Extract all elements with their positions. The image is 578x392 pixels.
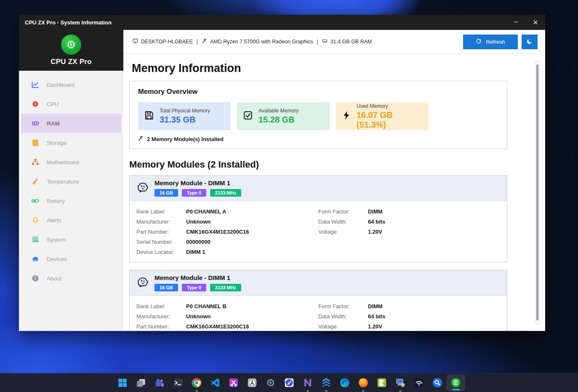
- modules-installed-note: 2 Memory Module(s) Installed: [138, 136, 498, 142]
- field-row: Bank Label:P0 CHANNEL A: [136, 206, 318, 216]
- field-value: DIMM: [368, 303, 383, 309]
- capacity-badge: 16 GB: [154, 189, 178, 197]
- field-label: Data Width:: [318, 219, 368, 225]
- total-memory-card: Total Physical Memory 31.35 GB: [138, 102, 231, 130]
- sidebar-item-label: About: [47, 275, 61, 282]
- wifi-tool-icon[interactable]: [410, 373, 428, 392]
- field-label: Form Factor:: [318, 208, 368, 215]
- stat-value: 31.35 GB: [160, 115, 210, 125]
- overview-cards: Total Physical Memory 31.35 GB Available…: [138, 102, 498, 130]
- visual-studio-icon[interactable]: [298, 373, 317, 392]
- device-icon: [31, 255, 40, 263]
- sidebar-item-battery[interactable]: Battery: [21, 191, 121, 211]
- scrollbar-thumb[interactable]: [536, 64, 538, 320]
- field-row: Part Number:CMK16GX4M1E3200C16: [136, 227, 318, 237]
- field-value: Unknown: [186, 219, 211, 225]
- sidebar-item-storage[interactable]: Storage: [21, 133, 121, 152]
- thermometer-icon: [31, 177, 40, 186]
- field-value: CMK16GX4M1E3200C16: [186, 229, 249, 235]
- sidebar-item-system[interactable]: System: [21, 230, 121, 249]
- device-name: DESKTOP-HLGBAEE: [141, 39, 193, 45]
- type-badge: Type 0: [182, 189, 206, 197]
- floppy-disk-icon: [144, 110, 154, 123]
- database-icon: [31, 139, 40, 147]
- sidebar-item-ram[interactable]: RAM: [21, 114, 121, 133]
- host-info: DESKTOP-HLGBAEE | AMD Ryzen 7 5700G with…: [133, 38, 372, 45]
- memory-overview-panel: Memory Overview Total Physical Memory 31…: [129, 81, 507, 149]
- sidebar-item-label: Storage: [47, 140, 67, 146]
- theme-toggle-button[interactable]: [522, 35, 538, 49]
- start-button[interactable]: [113, 373, 132, 392]
- field-label: Form Factor:: [318, 303, 368, 309]
- titlebar[interactable]: CPU ZX Pro - System Information − ×: [19, 15, 545, 30]
- vscode-icon[interactable]: [206, 373, 224, 392]
- lightning-icon: [341, 110, 352, 122]
- module-title: Memory Module - DIMM 1: [154, 274, 241, 281]
- sidebar-item-about[interactable]: About: [21, 269, 121, 288]
- memory-module-card-2: Memory Module - DIMM 1 16 GB Type 0 2133…: [129, 270, 507, 331]
- field-value: P0 CHANNEL A: [186, 208, 226, 215]
- field-value: Unknown: [186, 313, 211, 320]
- module-header: Memory Module - DIMM 1 16 GB Type 0 2133…: [130, 176, 507, 201]
- minimize-icon[interactable]: −: [506, 15, 526, 30]
- clock-app-icon[interactable]: [243, 373, 261, 392]
- chrome-icon[interactable]: [187, 373, 206, 392]
- wrench-icon: [202, 38, 207, 45]
- page-title: Memory Information: [132, 62, 520, 75]
- field-row: Manufacturer:Unknown: [136, 216, 318, 227]
- field-label: Voltage:: [318, 323, 368, 330]
- field-value: P0 CHANNEL B: [186, 303, 226, 309]
- field-value: 1.20V: [368, 323, 382, 330]
- refresh-button[interactable]: Refresh: [463, 35, 518, 49]
- field-row: Manufacturer:Unknown: [136, 311, 318, 321]
- field-label: Bank Label:: [136, 208, 186, 215]
- app-logo-block: CPU ZX Pro: [19, 30, 123, 71]
- sidebar-item-dashboard[interactable]: Dashboard: [21, 75, 121, 94]
- data-tool-icon[interactable]: [317, 373, 336, 392]
- pc-health-icon[interactable]: xp: [391, 373, 410, 392]
- stat-label: Total Physical Memory: [160, 108, 210, 114]
- edge-icon[interactable]: [336, 373, 354, 392]
- field-value: 1.20V: [368, 229, 382, 235]
- sidebar-item-label: CPU: [47, 101, 59, 107]
- field-label: Manufacturer:: [136, 313, 186, 320]
- teams-icon[interactable]: [150, 373, 169, 392]
- notepad-plus-plus-icon[interactable]: [373, 373, 391, 392]
- snipping-tool-icon[interactable]: [224, 373, 243, 392]
- sidebar-item-motherboard[interactable]: Motherboard: [21, 152, 121, 172]
- modules-heading: Memory Modules (2 Installed): [129, 159, 520, 170]
- sitemap-icon: [31, 158, 40, 166]
- sidebar: CPU ZX Pro Dashboard CPU: [19, 30, 123, 331]
- capacity-badge: 16 GB: [154, 284, 178, 291]
- scrollbar-track[interactable]: [534, 59, 541, 325]
- module-badges: 16 GB Type 0 2133 MHz: [154, 284, 241, 291]
- ram-stick-icon: [31, 119, 40, 128]
- field-row: Voltage:1.20V: [318, 227, 500, 237]
- terminal-icon[interactable]: [169, 373, 187, 392]
- cpu-zx-pro-taskbar-icon[interactable]: [447, 375, 465, 391]
- sidebar-item-devices[interactable]: Devices: [21, 249, 121, 269]
- window-controls: − ×: [506, 15, 545, 30]
- field-row: Form Factor:DIMM: [318, 301, 500, 311]
- module-header: Memory Module - DIMM 1 16 GB Type 0 2133…: [130, 270, 507, 296]
- sidebar-item-cpu[interactable]: CPU: [21, 94, 121, 114]
- main-header: DESKTOP-HLGBAEE | AMD Ryzen 7 5700G with…: [123, 30, 545, 54]
- brain-icon: [136, 181, 149, 195]
- laptop-icon: [31, 235, 40, 244]
- sidebar-item-temperature[interactable]: Temperature: [21, 172, 121, 191]
- available-memory-card: Available Memory 15.28 GB: [237, 102, 330, 130]
- module-title: Memory Module - DIMM 1: [154, 179, 241, 187]
- task-view-icon[interactable]: [132, 373, 150, 392]
- field-label: Voltage:: [318, 229, 368, 235]
- close-icon[interactable]: ×: [526, 15, 545, 30]
- firefox-icon[interactable]: [354, 373, 373, 392]
- window-title: CPU ZX Pro - System Information: [19, 19, 112, 26]
- search-app-icon[interactable]: [428, 373, 447, 392]
- field-label: Bank Label:: [136, 303, 186, 309]
- installer-app-icon[interactable]: [280, 373, 298, 392]
- screen-recorder-icon[interactable]: [261, 373, 280, 392]
- sidebar-item-label: System: [47, 237, 66, 243]
- monitor-icon: [133, 38, 138, 45]
- field-value: DIMM 1: [186, 249, 205, 255]
- sidebar-item-alerts[interactable]: Alerts: [21, 211, 121, 230]
